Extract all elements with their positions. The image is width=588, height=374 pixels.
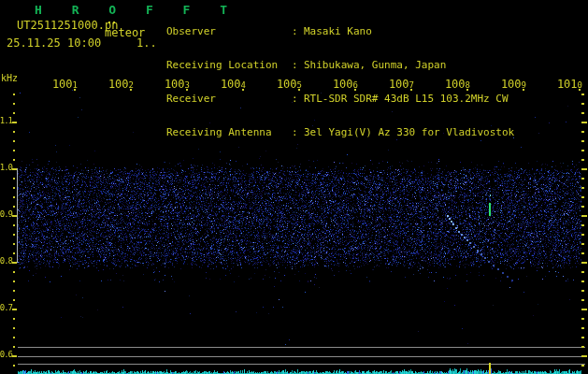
info-value: Shibukawa, Gunma, Japan	[304, 60, 446, 71]
info-label: Receiving Antenna	[166, 127, 292, 138]
info-row-receiver: Receiver:RTL-SDR SDR# 43dB L15 103.2MHz …	[166, 94, 514, 105]
freq-tick-label-0-7: 0.7	[0, 303, 12, 312]
info-label: Receiving Location	[166, 60, 292, 71]
time-tick-label-1006: 1006	[333, 78, 358, 91]
capture-datetime: 25.11.25 10:00	[7, 36, 101, 50]
freq-tick-label-1-0: 1.0	[0, 163, 12, 172]
time-tick-label-1004: 1004	[221, 78, 246, 91]
info-row-antenna: Receiving Antenna:3el Yagi(V) Az 330 for…	[166, 127, 514, 138]
time-tick-label-1010: 1010	[557, 78, 582, 91]
info-value: Masaki Kano	[304, 26, 372, 37]
time-tick-label-1003: 1003	[165, 78, 190, 91]
freq-tick-label-1-1: 1.1	[0, 116, 12, 125]
time-tick-label-1009: 1009	[501, 78, 526, 91]
time-tick-label-1007: 1007	[389, 78, 414, 91]
info-colon: :	[292, 94, 304, 105]
echo-counter: 1..	[136, 36, 157, 50]
freq-tick-label-0-8: 0.8	[0, 256, 12, 266]
freq-tick-label-0-6: 0.6	[0, 350, 12, 359]
info-value: 3el Yagi(V) Az 330 for Vladivostok	[304, 127, 514, 138]
capture-filename: UT2511251000.pn	[17, 19, 118, 32]
info-row-location: Receiving Location:Shibukawa, Gunma, Jap…	[166, 60, 514, 71]
info-colon: :	[292, 127, 304, 138]
info-row-observer: Observer:Masaki Kano	[166, 26, 514, 37]
time-tick-label-1005: 1005	[277, 78, 302, 91]
info-value: RTL-SDR SDR# 43dB L15 103.2MHz CW	[304, 94, 509, 105]
info-colon: :	[292, 26, 304, 37]
hrofft-screen: H R O F F T UT2511251000.pn meteor 25.11…	[0, 0, 588, 374]
time-tick-label-1002: 1002	[108, 78, 134, 91]
freq-unit-label: kHz	[1, 73, 18, 83]
info-colon: :	[292, 60, 304, 71]
freq-tick-label-0-9: 0.9	[0, 209, 12, 219]
filename-overlap-dots	[108, 22, 110, 23]
time-tick-label-1001: 1001	[52, 78, 78, 91]
time-tick-label-1008: 1008	[445, 78, 470, 91]
info-label: Observer	[166, 26, 292, 37]
info-label: Receiver	[166, 94, 292, 105]
